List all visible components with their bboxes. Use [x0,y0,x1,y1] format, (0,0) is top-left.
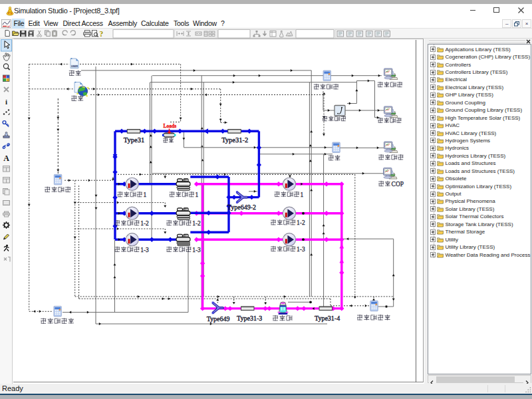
svg-text:USER: USER [71,65,78,68]
svg-text:1-2: 1-2 [297,219,305,226]
svg-text:Type649: Type649 [207,315,230,323]
svg-text:1-3: 1-3 [297,246,305,253]
svg-text:1-2: 1-2 [140,220,149,227]
svg-text:i: i [5,98,7,106]
svg-text:1-3: 1-3 [192,247,201,253]
svg-text:ss: ss [288,34,291,37]
svg-text:Type31: Type31 [124,136,144,144]
svg-text:?: ? [100,30,104,38]
svg-text:1-2: 1-2 [192,220,201,227]
svg-text:A: A [3,154,9,163]
svg-text:Type31-4: Type31-4 [315,315,340,322]
svg-text:1-3: 1-3 [140,247,149,253]
svg-text:Type31-2: Type31-2 [221,136,248,144]
svg-text:Type31-3: Type31-3 [237,315,262,322]
svg-text:Loads: Loads [164,123,177,129]
svg-text:COP: COP [392,181,404,188]
svg-text:1: 1 [144,192,147,198]
svg-text:1: 1 [196,192,199,198]
svg-text:Type649-2: Type649-2 [227,203,256,211]
svg-text:1: 1 [301,192,304,198]
